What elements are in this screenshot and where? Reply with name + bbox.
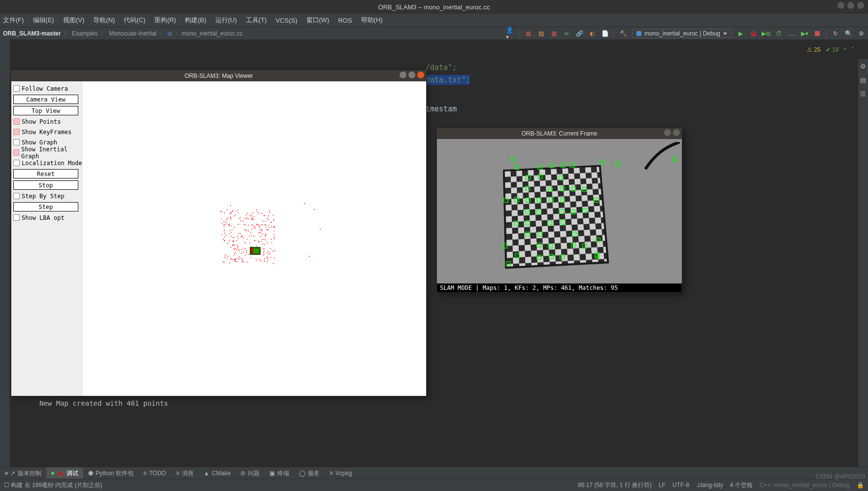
maximize-icon[interactable] bbox=[847, 2, 854, 9]
debug-console[interactable]: New Map created with 461 points bbox=[39, 399, 853, 429]
inspection-summary[interactable]: ⚠ 25 ✔ 18 ^˅ bbox=[807, 46, 854, 53]
settings-icon[interactable]: ⚙ bbox=[858, 59, 868, 73]
minimize-icon[interactable] bbox=[837, 2, 844, 9]
svg-point-50 bbox=[247, 239, 248, 240]
menu-nav[interactable]: 导航(N) bbox=[93, 16, 115, 25]
svg-point-256 bbox=[264, 244, 265, 245]
top-view-button[interactable]: Top View bbox=[13, 106, 78, 115]
mapwin-close-icon[interactable] bbox=[417, 71, 424, 78]
menu-tools[interactable]: 工具(T) bbox=[246, 16, 267, 25]
share-icon[interactable]: ∞ bbox=[563, 30, 570, 37]
status-encoding[interactable]: UTF-8 bbox=[672, 482, 689, 489]
link-icon[interactable]: 🔗 bbox=[575, 30, 583, 37]
outline-icon[interactable]: ☰ bbox=[858, 87, 868, 101]
update-icon[interactable]: ↻ bbox=[832, 30, 839, 37]
left-gutter[interactable] bbox=[0, 39, 10, 479]
status-spaces[interactable]: 4 个空格 bbox=[730, 481, 753, 490]
svg-point-108 bbox=[254, 236, 255, 237]
menu-window[interactable]: 窗口(W) bbox=[306, 16, 330, 25]
menu-edit[interactable]: 编辑(E) bbox=[33, 16, 54, 25]
tab-messages[interactable]: ≡ 消息 bbox=[171, 467, 199, 479]
tab-todo[interactable]: ≡ TODO bbox=[138, 467, 171, 479]
caret-position[interactable]: 86:17 (58 字符, 1 行 换行符) bbox=[578, 481, 652, 490]
stop-icon[interactable] bbox=[813, 30, 821, 37]
map-viewer-window[interactable]: ORB-SLAM3: Map Viewer Follow Camera Came… bbox=[11, 70, 427, 396]
more-run-icon[interactable]: ▶▾ bbox=[801, 30, 808, 37]
search-icon[interactable]: 🔍 bbox=[844, 30, 852, 37]
current-frame-window[interactable]: ORB-SLAM3: Current Frame SLAM MODE | Map… bbox=[436, 128, 682, 293]
svg-point-95 bbox=[231, 247, 232, 248]
reset-button[interactable]: Reset bbox=[13, 169, 78, 178]
show-points-checkbox[interactable] bbox=[13, 118, 20, 125]
editor-code[interactable]: /data"; data.txt"; imestam bbox=[426, 54, 858, 131]
menu-view[interactable]: 视图(V) bbox=[63, 16, 84, 25]
svg-point-53 bbox=[265, 240, 266, 241]
svg-point-56 bbox=[265, 215, 266, 216]
crumb-root[interactable]: ORB_SLAM3-master bbox=[3, 30, 70, 37]
mapwin-maximize-icon[interactable] bbox=[408, 71, 415, 78]
tab-terminal[interactable]: ▣ 终端 bbox=[265, 467, 294, 479]
run-icon[interactable]: ▶ bbox=[736, 30, 744, 37]
menu-code[interactable]: 代码(C) bbox=[124, 16, 145, 25]
status-lang[interactable]: .clang-tidy bbox=[696, 482, 723, 489]
menu-refactor[interactable]: 重构(R) bbox=[154, 16, 176, 25]
show-points-label: Show Points bbox=[22, 118, 61, 125]
status-lf[interactable]: LF bbox=[659, 482, 666, 489]
camera-view-button[interactable]: Camera View bbox=[13, 95, 78, 104]
crumb-2[interactable]: Monocular-Inertial bbox=[109, 30, 166, 37]
menu-file[interactable]: 文件(F) bbox=[3, 16, 24, 25]
show-lba-opt-checkbox[interactable] bbox=[13, 214, 20, 221]
debug-icon[interactable]: 🐞 bbox=[749, 30, 757, 37]
hammer-icon[interactable]: 🔨 bbox=[619, 30, 627, 37]
tab-version-control[interactable]: ↗ 版本控制 bbox=[0, 467, 46, 479]
run-config[interactable]: mono_inertial_euroc | Debug bbox=[632, 29, 732, 38]
cfwin-close-icon[interactable] bbox=[673, 129, 680, 136]
mapwin-minimize-icon[interactable] bbox=[400, 71, 406, 78]
menu-build[interactable]: 构建(B) bbox=[185, 16, 206, 25]
localization-mode-checkbox[interactable] bbox=[13, 160, 20, 166]
tab-problems[interactable]: ⊘ 问题 bbox=[235, 467, 265, 479]
structure-icon[interactable]: ▤ bbox=[858, 73, 868, 87]
menu-vcs[interactable]: VCS(S) bbox=[275, 17, 297, 24]
user-icon[interactable]: 👤▾ bbox=[506, 30, 514, 37]
show-keyframes-checkbox[interactable] bbox=[13, 129, 20, 135]
coverage-icon[interactable]: ▶⧉ bbox=[762, 30, 770, 37]
menu-help[interactable]: 帮助(H) bbox=[361, 16, 383, 25]
map-viewer-canvas[interactable] bbox=[83, 81, 426, 396]
show-inertial-graph-checkbox[interactable] bbox=[13, 149, 19, 156]
svg-point-128 bbox=[247, 262, 248, 263]
svg-point-175 bbox=[246, 214, 247, 215]
record-icon[interactable]: ▦ bbox=[550, 30, 558, 37]
cfwin-minimize-icon[interactable] bbox=[664, 129, 671, 136]
map-viewer-titlebar[interactable]: ORB-SLAM3: Map Viewer bbox=[11, 70, 426, 81]
tab-cmake[interactable]: ▲ CMake bbox=[199, 467, 235, 479]
svg-point-179 bbox=[228, 256, 229, 257]
follow-camera-checkbox[interactable] bbox=[13, 85, 20, 92]
grid-red-icon[interactable]: ▦ bbox=[524, 30, 532, 37]
svg-point-219 bbox=[241, 249, 242, 250]
current-frame-titlebar[interactable]: ORB-SLAM3: Current Frame bbox=[437, 128, 682, 139]
step-button[interactable]: Step bbox=[13, 202, 78, 211]
menu-ros[interactable]: ROS bbox=[338, 17, 352, 24]
tab-vcpkg[interactable]: ≡ Vcpkg bbox=[325, 467, 357, 479]
crumb-3[interactable]: ⧉ mono_inertial_euroc.cc bbox=[167, 30, 246, 37]
db-icon[interactable]: ▤ bbox=[537, 30, 545, 37]
file-icon[interactable]: 📄 bbox=[601, 30, 609, 37]
tab-services[interactable]: ◯ 服务 bbox=[294, 467, 325, 479]
svg-point-22 bbox=[237, 245, 238, 246]
blame-icon[interactable]: ◐ bbox=[588, 30, 596, 37]
lock-icon[interactable]: 🔒 bbox=[857, 482, 864, 489]
svg-point-47 bbox=[246, 250, 247, 251]
tab-python[interactable]: ⬢ Python 软件包 bbox=[83, 467, 138, 479]
crumb-1[interactable]: Examples bbox=[72, 30, 107, 37]
svg-point-14 bbox=[244, 249, 245, 250]
show-graph-checkbox[interactable] bbox=[13, 139, 20, 145]
close-icon[interactable] bbox=[857, 2, 864, 9]
gear-icon[interactable]: ⚙ bbox=[857, 30, 865, 37]
profile-icon[interactable]: ⏱ bbox=[775, 30, 783, 37]
attach-icon[interactable]: … bbox=[788, 30, 796, 37]
stop-button[interactable]: Stop bbox=[13, 180, 78, 190]
tab-debug[interactable]: 🐞 调试 bbox=[46, 467, 83, 479]
step-by-step-checkbox[interactable] bbox=[13, 193, 20, 199]
menu-run[interactable]: 运行(U) bbox=[215, 16, 237, 25]
